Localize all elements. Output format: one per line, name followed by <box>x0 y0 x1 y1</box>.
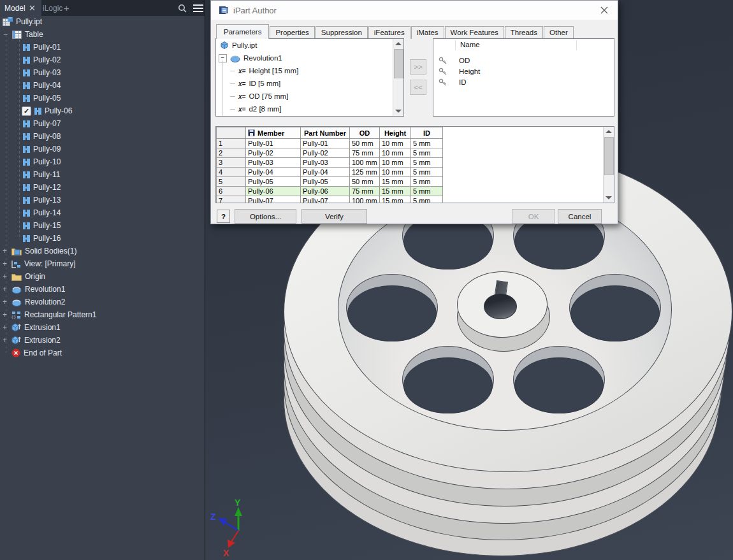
table-row[interactable]: 3 Pully-03 Pully-03 100 mm 10 mm 5 mm <box>217 158 443 168</box>
tree-member-row[interactable]: Pully-16 <box>23 232 61 245</box>
member-table-panel[interactable]: Member Part Number OD Height ID 1 Pully-… <box>215 126 614 203</box>
tree-member-row[interactable]: Pully-07 <box>23 117 61 130</box>
height-header[interactable]: Height <box>380 127 411 139</box>
checkbox-checked[interactable]: ✓ <box>22 106 31 116</box>
part-number-header[interactable]: Part Number <box>301 127 350 139</box>
tree-item-extrusion2[interactable]: + Extrusion2 <box>1 334 61 347</box>
tree-item-root[interactable]: Pully.ipt <box>3 15 42 28</box>
extrude-feature-icon <box>11 336 21 345</box>
parameter-tree-panel[interactable]: Pully.ipt − Revolution1 x=Height [15 mm]… <box>215 38 404 117</box>
table-row-highlighted[interactable]: 6 Pully-06 Pully-06 75 mm 15 mm 5 mm <box>217 187 443 196</box>
menu-icon[interactable] <box>193 4 203 12</box>
tab-parameters[interactable]: Parameters <box>216 24 269 39</box>
tree-item-extrusion1[interactable]: + Extrusion1 <box>1 321 61 334</box>
tree-member-row-checked[interactable]: ✓ Pully-06 <box>22 104 72 117</box>
name-list-row[interactable]: ID <box>439 76 467 89</box>
help-button[interactable]: ? <box>217 210 230 223</box>
scroll-down-icon[interactable] <box>395 110 402 113</box>
tree-item-revolution1[interactable]: + Revolution1 <box>1 283 65 296</box>
extrude-feature-icon <box>11 323 21 332</box>
table-row[interactable]: 4 Pully-04 Pully-04 125 mm 10 mm 5 mm <box>217 168 443 177</box>
dialog-titlebar[interactable]: iPart Author <box>211 1 618 20</box>
expand-icon[interactable]: + <box>1 336 8 345</box>
scroll-up-icon[interactable] <box>606 130 612 133</box>
expand-icon[interactable]: + <box>1 323 8 332</box>
tree-scrollbar[interactable] <box>393 39 403 116</box>
tab-imates[interactable]: iMates <box>411 26 444 39</box>
collapse-box-icon[interactable]: − <box>219 54 227 62</box>
expand-icon[interactable]: + <box>1 247 8 255</box>
tree-item-end-of-part[interactable]: End of Part <box>1 347 62 359</box>
tree-member-row[interactable]: Pully-09 <box>23 143 61 155</box>
collapse-icon[interactable]: − <box>2 30 9 39</box>
remove-parameter-button[interactable]: << <box>410 80 426 95</box>
tree-member-row[interactable]: Pully-08 <box>23 130 61 143</box>
tree-member-row[interactable]: Pully-05 <box>23 92 61 104</box>
options-button[interactable]: Options... <box>235 209 296 224</box>
tree-member-row[interactable]: Pully-12 <box>23 181 61 194</box>
tree-member-row[interactable]: Pully-01 <box>23 41 61 54</box>
dlg-tree-root[interactable]: Pully.ipt <box>220 39 257 52</box>
tab-model[interactable]: Model <box>0 0 41 16</box>
orientation-triad: Y Z X <box>205 492 275 559</box>
pulley-hole <box>570 285 660 341</box>
dlg-param-row[interactable]: x=OD [75 mm] <box>230 90 288 103</box>
table-scrollbar[interactable] <box>603 127 614 203</box>
dialog-close-icon[interactable] <box>600 6 609 15</box>
tree-item-table[interactable]: − Table <box>2 28 43 41</box>
expand-icon[interactable]: + <box>1 259 8 268</box>
scroll-up-icon[interactable] <box>395 42 402 45</box>
tab-properties[interactable]: Properties <box>270 26 314 39</box>
close-icon[interactable] <box>29 5 35 11</box>
scroll-thumb[interactable] <box>394 49 403 78</box>
expand-icon[interactable]: + <box>1 298 8 306</box>
dlg-param-row[interactable]: x=Height [15 mm] <box>230 64 298 77</box>
dlg-param-row[interactable]: x=d1 [5 mm] <box>230 115 282 117</box>
expand-icon[interactable]: + <box>1 272 8 281</box>
ok-button[interactable]: OK <box>512 209 555 224</box>
tab-work-features[interactable]: Work Features <box>445 26 504 39</box>
ipart-member-icon <box>23 145 30 154</box>
tree-member-row[interactable]: Pully-15 <box>23 219 61 232</box>
tab-other[interactable]: Other <box>544 26 574 39</box>
search-icon[interactable] <box>178 4 187 13</box>
tree-item-view-primary[interactable]: + View: [Primary] <box>1 257 75 270</box>
verify-button[interactable]: Verify <box>301 209 367 224</box>
tree-member-row[interactable]: Pully-11 <box>23 168 60 181</box>
table-row[interactable]: 1 Pully-01 Pully-01 50 mm 10 mm 5 mm <box>217 139 443 148</box>
table-row[interactable]: 2 Pully-02 Pully-02 75 mm 10 mm 5 mm <box>217 148 443 158</box>
tree-item-solid-bodies[interactable]: + Solid Bodies(1) <box>1 245 76 257</box>
tree-item-rectangular-pattern1[interactable]: + Rectangular Pattern1 <box>1 308 96 321</box>
tree-item-revolution2[interactable]: + Revolution2 <box>1 296 65 308</box>
tree-member-row[interactable]: Pully-03 <box>23 66 61 79</box>
scroll-thumb[interactable] <box>604 137 614 175</box>
scroll-down-icon[interactable] <box>606 196 612 199</box>
tree-member-row[interactable]: Pully-10 <box>23 155 61 168</box>
tree-item-origin[interactable]: + Origin <box>1 270 45 283</box>
tab-suppression[interactable]: Suppression <box>316 26 368 39</box>
dlg-tree-feature[interactable]: − Revolution1 <box>219 52 282 64</box>
pulley-bore <box>484 294 517 319</box>
tree-member-row[interactable]: Pully-02 <box>23 54 61 66</box>
table-row[interactable]: 5 Pully-05 Pully-05 50 mm 15 mm 5 mm <box>217 177 443 187</box>
dlg-param-row[interactable]: x=ID [5 mm] <box>230 77 280 90</box>
add-tab-icon[interactable]: + <box>64 0 69 16</box>
dlg-param-row[interactable]: x=d2 [8 mm] <box>230 103 282 115</box>
od-header[interactable]: OD <box>350 127 380 139</box>
tab-ilogic[interactable]: iLogic <box>40 0 62 16</box>
tab-threads[interactable]: Threads <box>505 26 543 39</box>
cancel-button[interactable]: Cancel <box>558 209 602 224</box>
tree-member-row[interactable]: Pully-13 <box>23 194 61 206</box>
member-header[interactable]: Member <box>246 127 301 139</box>
table-row[interactable]: 7 Pully-07 Pully-07 100 mm 15 mm 5 mm <box>217 196 443 204</box>
tree-member-row[interactable]: Pully-04 <box>23 79 61 92</box>
selected-parameters-panel[interactable]: Name OD Height ID <box>433 38 614 117</box>
member-table[interactable]: Member Part Number OD Height ID 1 Pully-… <box>216 127 443 203</box>
expand-icon[interactable]: + <box>1 285 8 294</box>
expand-icon[interactable]: + <box>1 310 8 319</box>
tree-member-row[interactable]: Pully-14 <box>23 206 61 219</box>
id-header[interactable]: ID <box>411 127 443 139</box>
add-parameter-button[interactable]: >> <box>410 59 426 75</box>
tab-ifeatures[interactable]: iFeatures <box>368 26 410 39</box>
revolve-feature-icon <box>11 285 22 294</box>
